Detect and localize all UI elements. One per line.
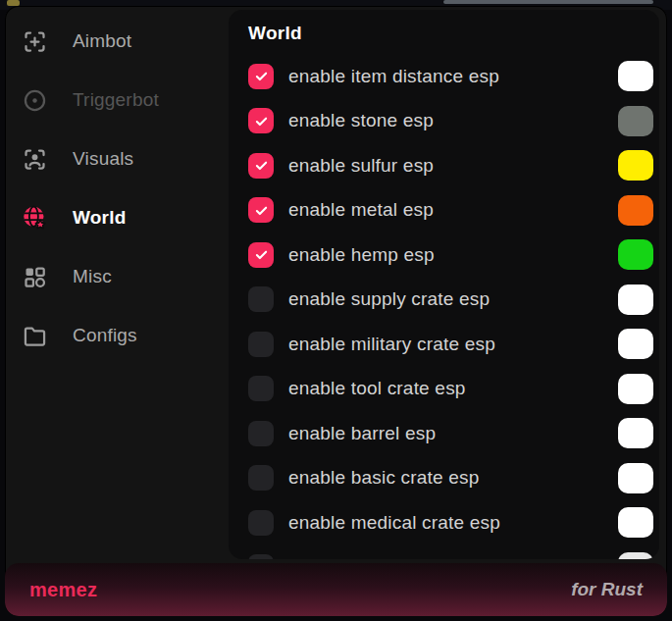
color-swatch[interactable] xyxy=(618,552,653,559)
world-settings-panel: World enable item distance espenable sto… xyxy=(229,10,659,559)
setting-checkbox[interactable] xyxy=(248,421,274,446)
triggerbot-icon xyxy=(22,87,48,114)
setting-checkbox[interactable] xyxy=(248,153,274,179)
visuals-icon xyxy=(22,146,48,173)
settings-row: enable item distance esp xyxy=(248,54,654,99)
settings-row: enable stone esp xyxy=(248,99,654,144)
color-swatch[interactable] xyxy=(618,507,653,538)
sidebar-item-misc[interactable]: Misc xyxy=(5,247,229,306)
panel-title: World xyxy=(248,23,654,44)
settings-row: enable hemp esp xyxy=(248,233,654,278)
setting-label: enable metal esp xyxy=(288,199,434,221)
sidebar-item-world[interactable]: World xyxy=(5,188,229,247)
setting-label: enable barrel esp xyxy=(288,423,436,444)
sidebar-item-visuals[interactable]: Visuals xyxy=(5,129,229,188)
settings-row: enable basic crate esp xyxy=(248,456,654,501)
setting-label: enable tool crate esp xyxy=(288,378,466,399)
sidebar-item-triggerbot[interactable]: Triggerbot xyxy=(5,71,229,129)
settings-list: enable item distance espenable stone esp… xyxy=(248,54,654,559)
settings-row: enable sulfur esp xyxy=(248,143,654,188)
setting-label: enable military crate esp xyxy=(288,334,495,355)
brand-tagline: for Rust xyxy=(571,579,643,600)
color-swatch[interactable] xyxy=(618,150,653,181)
misc-icon xyxy=(22,264,48,290)
sidebar-item-label: Triggerbot xyxy=(73,89,159,111)
setting-checkbox[interactable] xyxy=(248,108,274,133)
color-swatch[interactable] xyxy=(618,195,653,226)
setting-checkbox[interactable] xyxy=(248,465,274,491)
setting-checkbox[interactable] xyxy=(248,242,274,268)
setting-checkbox[interactable] xyxy=(248,197,274,223)
setting-checkbox[interactable] xyxy=(248,286,274,312)
setting-checkbox[interactable] xyxy=(248,332,274,357)
aimbot-icon xyxy=(22,28,48,55)
settings-row: enable military crate esp xyxy=(248,322,654,367)
setting-checkbox[interactable] xyxy=(248,510,274,536)
settings-row: enable medical crate esp xyxy=(248,500,654,545)
setting-checkbox[interactable] xyxy=(248,376,274,401)
sidebar-item-label: World xyxy=(73,207,126,229)
settings-row: enable supply crate esp xyxy=(248,278,654,323)
color-swatch[interactable] xyxy=(618,329,653,359)
setting-checkbox[interactable] xyxy=(248,554,274,559)
settings-row: enable tool crate esp xyxy=(248,367,654,412)
color-swatch[interactable] xyxy=(618,61,653,91)
settings-row xyxy=(248,545,654,560)
setting-label: enable basic crate esp xyxy=(288,467,480,489)
sidebar-item-aimbot[interactable]: Aimbot xyxy=(5,12,229,71)
setting-label: enable stone esp xyxy=(288,110,434,131)
setting-label: enable hemp esp xyxy=(288,244,435,266)
color-swatch[interactable] xyxy=(618,239,653,270)
setting-label: enable medical crate esp xyxy=(288,512,500,534)
sidebar-item-label: Visuals xyxy=(73,148,133,170)
sidebar-item-configs[interactable]: Configs xyxy=(5,306,229,365)
configs-icon xyxy=(22,323,48,349)
world-icon xyxy=(22,205,48,232)
sidebar-item-label: Aimbot xyxy=(73,30,131,52)
setting-label: enable item distance esp xyxy=(288,66,499,87)
color-swatch[interactable] xyxy=(618,463,653,493)
color-swatch[interactable] xyxy=(618,418,653,448)
color-swatch[interactable] xyxy=(618,374,653,404)
sidebar-item-label: Configs xyxy=(73,325,137,346)
sidebar-nav: AimbotTriggerbotVisualsWorldMiscConfigs xyxy=(5,12,229,365)
setting-label: enable supply crate esp xyxy=(288,288,490,310)
background-artifact xyxy=(443,0,653,4)
footer-bar: memez for Rust xyxy=(5,563,667,616)
color-swatch[interactable] xyxy=(618,106,653,136)
brand-name: memez xyxy=(29,579,97,601)
color-swatch[interactable] xyxy=(618,285,653,315)
cheat-menu-window: AimbotTriggerbotVisualsWorldMiscConfigs … xyxy=(5,6,667,616)
setting-label: enable sulfur esp xyxy=(288,155,434,177)
settings-row: enable metal esp xyxy=(248,188,654,233)
sidebar-item-label: Misc xyxy=(73,266,112,287)
settings-row: enable barrel esp xyxy=(248,411,654,456)
setting-checkbox[interactable] xyxy=(248,64,274,89)
